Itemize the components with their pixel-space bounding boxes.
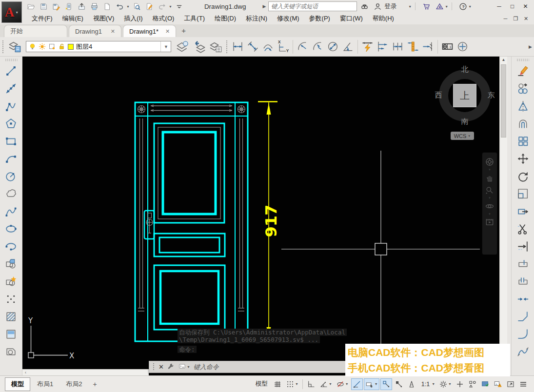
export-upload-icon[interactable] — [76, 1, 87, 11]
dim-linear-icon[interactable] — [230, 39, 245, 54]
new-doc-icon[interactable] — [101, 1, 113, 11]
rotate-icon[interactable] — [514, 168, 531, 184]
break-at-point-icon[interactable] — [514, 256, 531, 272]
doc-minimize-button[interactable]: ─ — [500, 16, 511, 22]
polyline-icon[interactable] — [3, 98, 20, 114]
account-dropdown-icon[interactable]: ▼ — [408, 5, 412, 8]
scroll-left-icon[interactable]: ‹ — [22, 370, 29, 375]
store-cart-icon[interactable] — [421, 1, 432, 11]
nav-zoom-icon[interactable] — [484, 184, 495, 196]
door-drawing[interactable] — [135, 102, 248, 341]
viewcube[interactable]: 北 南 西 东 上 — [435, 65, 494, 126]
viewport-freeze-icon[interactable] — [48, 43, 56, 50]
dim-jogged-icon[interactable] — [310, 39, 325, 54]
stretch-icon[interactable] — [514, 203, 531, 219]
workspace-switching-dropdown-icon[interactable]: ▼ — [448, 382, 452, 386]
dynamic-input-dropdown-icon[interactable]: ▼ — [375, 382, 378, 386]
redo-icon[interactable] — [157, 1, 168, 11]
dynamic-input-toggle[interactable]: ▼ — [364, 378, 379, 390]
menu-item[interactable]: 标注(N) — [241, 13, 272, 24]
search-binoculars-icon[interactable] — [359, 1, 370, 11]
annotation-objects-toggle[interactable] — [467, 378, 478, 390]
move-icon[interactable] — [514, 151, 531, 167]
isometric-drafting-toggle[interactable]: ▼ — [335, 378, 350, 390]
mobile-save-icon[interactable] — [63, 1, 75, 11]
layer-previous-icon[interactable] — [191, 39, 207, 55]
nav-dropdown-icon[interactable]: ▼ — [488, 213, 491, 216]
dim-quick-icon[interactable] — [360, 39, 375, 54]
layers-panel-icon[interactable] — [6, 39, 23, 55]
account-icon[interactable] — [372, 1, 383, 11]
maximize-button[interactable]: □ — [506, 1, 519, 12]
snap-mode-dropdown-icon[interactable]: ▼ — [295, 382, 298, 386]
copy-icon[interactable] — [514, 80, 531, 97]
help-icon[interactable]: ? — [457, 1, 469, 11]
new-tab-button[interactable]: + — [181, 26, 186, 35]
undo-dropdown-icon[interactable]: ▼ — [126, 5, 130, 8]
hatch-icon[interactable] — [3, 309, 20, 325]
insert-block-icon[interactable] — [3, 256, 20, 272]
menu-item[interactable]: 绘图(D) — [210, 13, 241, 24]
revision-cloud-icon[interactable] — [3, 186, 20, 202]
region-icon[interactable] — [3, 344, 20, 360]
layer-combo[interactable]: 图层4 ▼ — [26, 41, 171, 52]
menu-item[interactable]: 文件(F) — [27, 13, 58, 24]
layer-on-bulb-icon[interactable] — [29, 43, 36, 50]
sign-in-link[interactable]: 登录 — [384, 2, 396, 11]
ellipse-arc-icon[interactable] — [3, 238, 20, 255]
viewcube-west-label[interactable]: 西 — [434, 91, 443, 100]
line-icon[interactable] — [3, 63, 20, 79]
object-snap-3d-toggle[interactable] — [393, 378, 405, 390]
menu-item[interactable]: 修改(M) — [272, 13, 304, 24]
dim-angular-icon[interactable] — [340, 39, 356, 54]
layout-tab-布局2[interactable]: 布局2 — [60, 378, 88, 391]
doc-close-button[interactable]: ✕ — [521, 16, 531, 22]
layer-combo-dropdown-icon[interactable]: ▼ — [160, 41, 168, 52]
isometric-drafting-dropdown-icon[interactable]: ▼ — [345, 382, 349, 386]
canvas-horizontal-scrollbar[interactable]: ‹ — [22, 369, 149, 375]
construction-line-icon[interactable] — [3, 80, 20, 97]
layer-properties-icon[interactable] — [174, 39, 191, 55]
dimension-917[interactable]: 917 — [258, 102, 280, 340]
ortho-mode-toggle[interactable] — [305, 378, 317, 390]
clean-screen-toggle[interactable] — [505, 378, 516, 390]
help-dropdown-icon[interactable]: ▼ — [468, 5, 472, 8]
array-icon[interactable] — [514, 133, 531, 149]
trim-icon[interactable] — [514, 221, 531, 237]
scroll-up-icon[interactable]: ▲ — [500, 58, 507, 62]
sketch-icon[interactable] — [144, 1, 155, 11]
menu-item[interactable]: 视图(V) — [88, 13, 119, 24]
new-layout-button[interactable]: + — [89, 379, 100, 389]
menu-item[interactable]: 窗口(W) — [335, 13, 368, 24]
layer-color-swatch[interactable] — [68, 44, 74, 50]
toolbar-grip[interactable] — [516, 59, 529, 61]
search-expand-icon[interactable]: ▶ — [262, 4, 266, 9]
chamfer-icon[interactable] — [514, 309, 531, 325]
gradient-icon[interactable] — [3, 326, 20, 342]
break-icon[interactable] — [514, 274, 531, 290]
dim-arc-length-icon[interactable] — [260, 39, 276, 54]
save-as-icon[interactable] — [51, 1, 62, 11]
toolbar-grip[interactable] — [5, 59, 18, 61]
customization-toggle[interactable] — [517, 378, 529, 390]
nav-motion-icon[interactable] — [484, 216, 495, 228]
menu-item[interactable]: 参数(P) — [304, 13, 335, 24]
layer-thaw-sun-icon[interactable] — [39, 43, 46, 50]
dim-center-mark-icon[interactable] — [455, 39, 470, 54]
undo-icon[interactable] — [114, 1, 125, 11]
workspace-switching-toggle[interactable]: ▼ — [437, 378, 453, 390]
layer-unlock-icon[interactable] — [58, 43, 65, 50]
layer-states-icon[interactable] — [207, 39, 224, 55]
toolbar-grip[interactable] — [226, 40, 228, 54]
polar-tracking-dropdown-icon[interactable]: ▼ — [329, 382, 332, 386]
command-line-wrench-icon[interactable] — [167, 363, 175, 372]
nav-orbit-icon[interactable] — [484, 200, 495, 212]
layout-tab-布局1[interactable]: 布局1 — [31, 378, 59, 391]
fillet-icon[interactable] — [514, 326, 531, 342]
minimize-button[interactable]: ─ — [493, 1, 506, 12]
drawing-canvas[interactable]: 917 Y X — [22, 57, 499, 375]
dim-break-icon[interactable] — [420, 39, 435, 54]
viewcube-north-label[interactable]: 北 — [460, 65, 469, 74]
appstore-dropdown-icon[interactable]: ▼ — [445, 5, 448, 8]
recent-commands-icon[interactable]: ▼ — [178, 363, 190, 372]
